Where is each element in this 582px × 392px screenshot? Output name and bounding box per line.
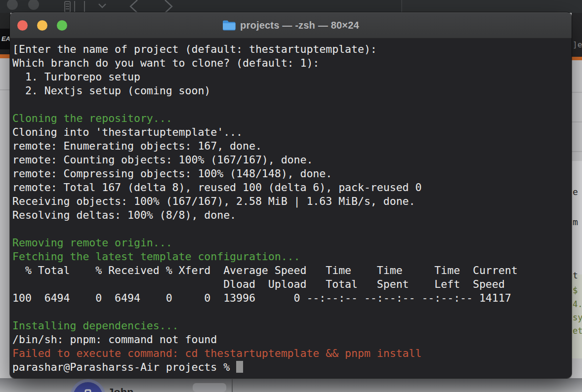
forward-icon[interactable] (162, 0, 175, 14)
toolbar-divider (84, 1, 85, 12)
zoom-button[interactable] (57, 20, 67, 31)
terminal-line: remote: Compressing objects: 100% (148/1… (12, 167, 572, 181)
terminal-output[interactable]: [Enter the name of project (default: the… (10, 39, 572, 374)
background-text-fragment: m (573, 217, 578, 227)
background-divider (572, 121, 582, 122)
background-text-fragment: $ (573, 285, 578, 295)
folder-icon (222, 20, 236, 31)
background-accent-strip (572, 57, 582, 60)
background-divider (0, 89, 10, 90)
toolbar-right-segment (402, 0, 582, 13)
terminal-line: Which branch do you want to clone? (defa… (12, 56, 572, 70)
terminal-line: Fetching the latest template configurati… (12, 250, 572, 264)
terminal-line: remote: Total 167 (delta 8), reused 100 … (12, 181, 572, 195)
terminal-line: Cloning into 'thestartuptemplate'... (12, 125, 572, 139)
briefcase-icon (81, 389, 95, 392)
background-divider (572, 151, 582, 152)
background-text-fragment: 4. (573, 299, 582, 309)
user-name-label[interactable]: John (108, 386, 134, 392)
terminal-line: remote: Counting objects: 100% (167/167)… (12, 153, 572, 167)
back-icon[interactable] (127, 0, 140, 14)
background-bottom-strip: John (0, 378, 582, 392)
terminal-line (12, 222, 572, 236)
background-divider (572, 92, 582, 93)
toolbar-divider (74, 1, 75, 12)
terminal-line: remote: Enumerating objects: 167, done. (12, 139, 572, 153)
terminal-line: 1. Turborepo setup (12, 70, 572, 84)
close-button[interactable] (17, 20, 28, 31)
inactive-traffic-light (7, 0, 18, 10)
terminal-line: Dload Upload Total Spent Left Speed (12, 277, 572, 291)
terminal-cursor (236, 361, 243, 373)
window-title: projects — -zsh — 80×24 (240, 20, 359, 31)
terminal-line: Failed to execute command: cd thestartup… (12, 347, 572, 360)
sidebar-toggle-icon[interactable] (64, 1, 71, 13)
terminal-line: Resolving deltas: 100% (8/8), done. (12, 208, 572, 222)
background-text-fragment: sy (573, 313, 582, 322)
terminal-line (12, 305, 572, 319)
inactive-traffic-light (28, 0, 39, 10)
background-toolbar (0, 0, 582, 13)
terminal-line: [Enter the name of project (default: the… (12, 42, 572, 56)
minimize-button[interactable] (37, 20, 47, 31)
background-accent-strip (0, 54, 10, 58)
terminal-line: Installing dependencies... (12, 319, 572, 333)
terminal-line: Receiving objects: 100% (167/167), 2.58 … (12, 195, 572, 208)
background-text-fragment: t (573, 270, 578, 280)
background-window-left-edge: EA (0, 13, 10, 378)
terminal-line: parashar@Parasharss-Air projects % (12, 360, 572, 374)
traffic-lights (17, 12, 67, 38)
background-header (572, 13, 582, 57)
terminal-line: % Total % Received % Xferd Average Speed… (12, 264, 572, 277)
terminal-line: /bin/sh: pnpm: command not found (12, 333, 572, 347)
background-window-right-edge: ]e'emt$4.syet (572, 13, 582, 378)
terminal-window: projects — -zsh — 80×24 [Enter the name … (10, 12, 572, 378)
terminal-line: Removing remote origin... (12, 236, 572, 250)
background-logo-badge: EA (0, 29, 10, 49)
background-text-fragment: ]e' (573, 40, 582, 49)
background-pill (193, 383, 226, 392)
title-group: projects — -zsh — 80×24 (222, 20, 359, 31)
terminal-line: 100 6494 0 6494 0 0 13996 0 --:--:-- --:… (12, 291, 572, 305)
chevron-down-icon[interactable] (97, 2, 108, 10)
terminal-line: 2. Nextjs setup (coming soon) (12, 84, 572, 98)
background-text-fragment: e (573, 187, 578, 197)
background-divider (232, 379, 233, 392)
background-text-fragment: et (573, 326, 582, 336)
terminal-line: Cloning the repository... (12, 112, 572, 125)
terminal-line (12, 98, 572, 112)
terminal-title-bar[interactable]: projects — -zsh — 80×24 (10, 12, 572, 39)
